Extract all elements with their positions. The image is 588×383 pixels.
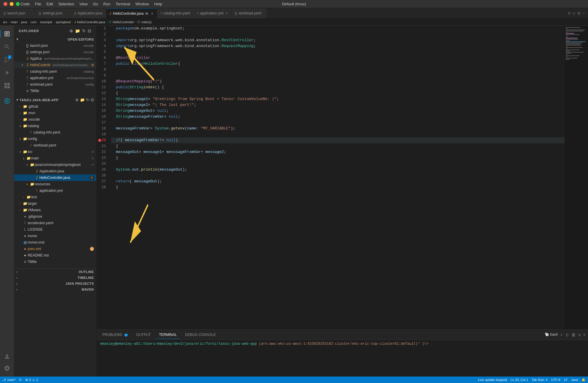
close-button[interactable] [4,2,7,6]
tree-item-license[interactable]: L LICENSE [14,226,96,233]
more-actions-icon[interactable]: ⋯ [582,11,586,15]
maven-section[interactable]: › MAVEN [14,287,96,292]
open-editor-settings-json[interactable]: {} settings.json .vscode [14,49,96,55]
tab-application-java[interactable]: J Application.java [71,8,106,19]
minimize-button[interactable] [10,2,14,6]
tree-item-config[interactable]: ▾ 📁 config [14,136,96,142]
breadcrumb-class[interactable]: HelloController [113,20,134,24]
tab-launch-json[interactable]: {} launch.json [0,8,35,19]
view-mode-icon[interactable]: ▷ [573,11,576,15]
menu-terminal[interactable]: Terminal [116,2,130,6]
tree-item-java[interactable]: ▾ 📁 java/com/example/springboot [14,161,96,168]
tree-item-accelerator[interactable]: ! accelerator.yaml [14,220,96,226]
collapse-icon[interactable]: ⊟ [88,29,91,33]
breadcrumb-java[interactable]: java [21,20,27,24]
status-position[interactable]: Ln 20, Col 1 [511,378,528,382]
tree-item-catalog[interactable]: ▾ 📁 catalog [14,123,96,129]
tab-problems[interactable]: PROBLEMS 2 [99,331,131,339]
status-notifications[interactable]: 🔔 [582,378,586,382]
menu-selection[interactable]: Selection [58,2,74,6]
tree-item-vscode[interactable]: › 📁 .vscode [14,116,96,123]
menu-run[interactable]: Run [103,2,110,6]
tree-item-src[interactable]: ▾ 📁 src [14,149,96,155]
open-editor-catalog-info[interactable]: ! catalog-info.yaml catalog [14,68,96,75]
tab-catalog-info[interactable]: ! catalog-info.yaml [157,8,194,19]
maximize-button[interactable] [16,2,20,6]
tab-application-yaml[interactable]: ! application.yml × [194,8,231,19]
refresh-icon[interactable]: ↻ [82,29,86,33]
tree-item-application-java[interactable]: J Application.java [14,168,96,174]
code-content[interactable]: package com.example.springboot; import o… [111,26,564,329]
activity-extensions[interactable] [1,80,13,91]
breadcrumb-example[interactable]: example [40,20,52,24]
menu-file[interactable]: File [35,2,41,6]
split-editor-icon[interactable]: ⫛ [568,11,571,15]
close-panel-icon[interactable]: × [583,332,586,337]
code-editor[interactable]: 1 2 3 4 5 6 7 8 9 10 11 12 13 14 15 16 1 [96,26,588,329]
refresh-action-icon[interactable]: ↻ [86,98,89,102]
tree-item-pom-xml[interactable]: ● pom.xml 2 [14,246,96,252]
activity-settings[interactable] [1,362,13,374]
breadcrumb-src[interactable]: src [3,20,7,24]
split-terminal-icon[interactable]: ⫛ [565,332,569,337]
tree-item-resources[interactable]: ▾ 📁 resources [14,181,96,187]
activity-source-control[interactable]: 1 [1,54,13,66]
maximize-panel-icon[interactable]: ∧ [578,332,581,337]
terminal-content[interactable]: emanley@emanley-a01:/Users/emanley/dev2/… [96,340,588,377]
tree-item-target[interactable]: › 📁 target [14,200,96,207]
tree-item-vmware[interactable]: › 📁 VMware, [14,207,96,213]
breadcrumb-main[interactable]: main [11,20,18,24]
status-tab-size[interactable]: Tab Size: 4 [532,378,547,382]
breadcrumb-method[interactable]: index() [141,20,151,24]
open-editor-launch-json[interactable]: {} launch.json .vscode [14,42,96,49]
layout-icon[interactable]: ⊟ [577,11,580,15]
tab-debug-console[interactable]: DEBUG CONSOLE [181,331,219,339]
collapse-action-icon[interactable]: ⊟ [91,98,94,102]
activity-explorer[interactable] [1,28,13,40]
tree-item-catalog-info[interactable]: ! catalog-info.yaml [14,129,96,136]
timeline-section[interactable]: › TIMELINE [14,275,96,281]
tree-item-mvn[interactable]: › 📁 .mvn [14,110,96,116]
breadcrumb-springboot[interactable]: springboot [56,20,71,24]
open-editors-section[interactable]: ▾ OPEN EDITORS [14,36,96,42]
menu-code[interactable]: Code [21,2,30,6]
activity-search[interactable] [1,41,13,53]
status-live-update[interactable]: Live update stopped [478,378,507,382]
tab-hello-controller[interactable]: J HelloController.java M × [106,8,157,19]
outline-section[interactable]: › OUTLINE [14,269,96,275]
new-folder-icon[interactable]: 📁 [75,29,80,33]
tree-item-mvnw[interactable]: ● mvnw [14,233,96,239]
activity-accounts[interactable] [1,351,13,362]
menu-help[interactable]: Help [154,2,162,6]
tab-workload-yaml[interactable]: {} workload.yaml [231,8,267,19]
status-line-endings[interactable]: LF [564,378,568,382]
tab-terminal[interactable]: TERMINAL [155,331,180,339]
kill-terminal-icon[interactable]: 🗑 [572,332,576,337]
menu-go[interactable]: Go [93,2,98,6]
tab-output[interactable]: OUTPUT [133,331,154,339]
tree-item-test[interactable]: › 📁 test [14,194,96,200]
status-language[interactable]: Java [571,378,578,382]
tree-item-readme[interactable]: ● README.md [14,252,96,259]
project-section[interactable]: ▾ TANZU-JAVA-WEB-APP ⊕ 📁 ↻ ⊟ [14,96,96,103]
open-editor-workload-yaml[interactable]: ! workload.yaml config [14,81,96,88]
open-editor-tiltfile[interactable]: ≡ Tiltfile [14,88,96,94]
menu-view[interactable]: View [79,2,88,6]
close-icon[interactable]: × [20,64,25,67]
tree-item-hello-controller[interactable]: J HelloController.java M [14,174,96,181]
activity-run-debug[interactable] [1,67,13,79]
new-folder-action-icon[interactable]: 📁 [80,98,85,102]
tree-item-main[interactable]: ▾ 📁 main [14,155,96,161]
status-errors[interactable]: ⊗ 0 ⚠ 2 [25,378,38,382]
tree-item-application-yml[interactable]: ! application.yml [14,187,96,194]
tab-close-button[interactable]: × [151,11,153,16]
open-editor-hello-controller[interactable]: × J HelloController.java src/main/java/c… [14,62,96,68]
status-encoding[interactable]: UTF-8 [551,378,560,382]
breadcrumb-file[interactable]: HelloController.java [77,20,105,24]
status-branch[interactable]: ⎇ main* [2,378,16,382]
tree-item-mvnw-cmd[interactable]: ▦ mvnw.cmd [14,239,96,246]
java-projects-section[interactable]: › JAVA PROJECTS [14,281,96,287]
activity-tanzu[interactable] [1,95,13,107]
menu-edit[interactable]: Edit [46,2,53,6]
open-editor-application-yml[interactable]: ! application.yml src/main/resources [14,75,96,81]
